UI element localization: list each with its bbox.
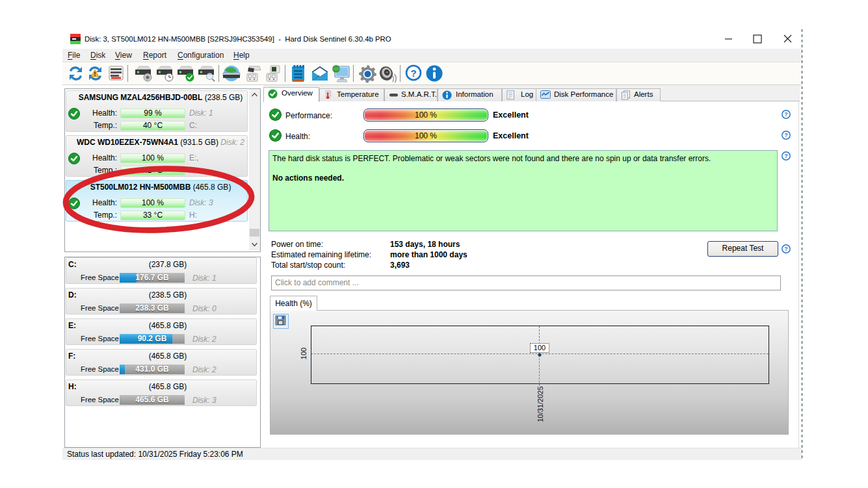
- svg-text:?: ?: [784, 153, 787, 159]
- svg-text:?: ?: [784, 111, 787, 118]
- svg-text:?: ?: [784, 246, 787, 252]
- svg-text:?: ?: [784, 132, 787, 138]
